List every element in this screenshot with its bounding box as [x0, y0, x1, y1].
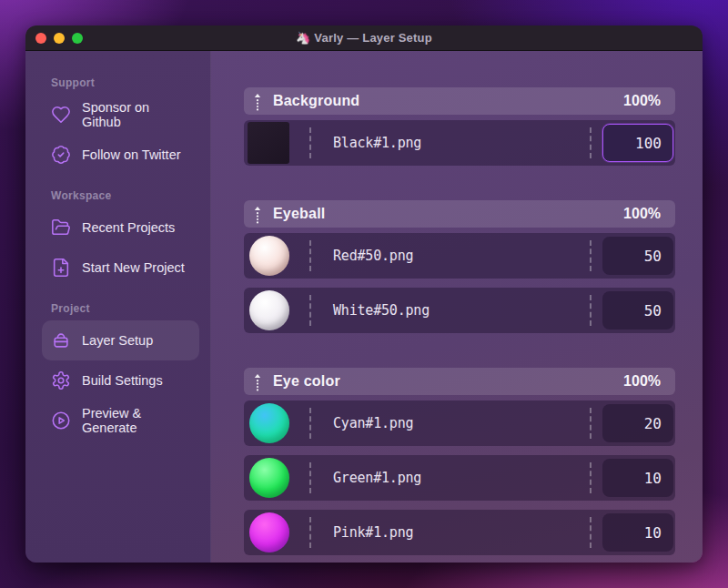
- layer-rarity-input[interactable]: [602, 291, 673, 329]
- layer-thumbnail: [249, 403, 289, 443]
- layer-thumbnail: [248, 122, 289, 164]
- layer-group: Eyeball 100% Red#50.png White#50.png: [244, 200, 675, 333]
- layer-rarity-input[interactable]: [602, 513, 673, 552]
- divider: [590, 127, 592, 158]
- sidebar-item-follow-on-twitter[interactable]: Follow on Twitter: [42, 135, 199, 175]
- layer-setup-panel: Background 100% Black#1.png Eyeball 100%…: [211, 51, 703, 563]
- gear-icon: [51, 370, 71, 390]
- sidebar-item-label: Recent Projects: [82, 220, 175, 235]
- divider: [309, 127, 311, 158]
- divider: [309, 517, 311, 548]
- layer-group-header[interactable]: Eye color 100%: [244, 368, 675, 395]
- layer-rarity-input[interactable]: [602, 237, 673, 275]
- sidebar: Support Sponsor on Github Follow on Twit…: [25, 51, 211, 563]
- layer-row[interactable]: Red#50.png: [244, 233, 675, 279]
- layer-group: Eye color 100% Cyan#1.png Green#1.png Pi…: [244, 368, 675, 555]
- drag-handle-icon[interactable]: [253, 373, 262, 390]
- group-weight: 100%: [623, 206, 661, 222]
- sidebar-item-layer-setup[interactable]: Layer Setup: [42, 320, 199, 360]
- sidebar-item-recent-projects[interactable]: Recent Projects: [42, 208, 199, 248]
- divider: [309, 462, 311, 493]
- layer-thumbnail: [249, 236, 289, 276]
- sidebar-item-preview-generate[interactable]: Preview & Generate: [42, 400, 199, 441]
- divider: [590, 462, 592, 493]
- group-title: Background: [273, 93, 359, 109]
- divider: [309, 240, 311, 271]
- divider: [590, 295, 592, 326]
- group-title: Eyeball: [273, 206, 325, 222]
- layer-thumbnail: [249, 512, 289, 553]
- layer-filename: Cyan#1.png: [333, 415, 413, 431]
- sidebar-item-sponsor-on-github[interactable]: Sponsor on Github: [42, 95, 199, 135]
- sidebar-section-workspace: Workspace: [42, 189, 199, 202]
- layer-row[interactable]: Green#1.png: [244, 455, 675, 501]
- layer-group-header[interactable]: Background 100%: [244, 87, 675, 115]
- title-bar[interactable]: 🦄 Varly — Layer Setup: [25, 25, 703, 51]
- divider: [590, 517, 592, 548]
- divider: [590, 408, 592, 439]
- sidebar-item-label: Preview & Generate: [82, 406, 190, 435]
- layer-row[interactable]: Cyan#1.png: [244, 400, 675, 446]
- window-title: 🦄 Varly — Layer Setup: [25, 31, 703, 45]
- sidebar-item-start-new-project[interactable]: Start New Project: [42, 248, 199, 288]
- layer-group: Background 100% Black#1.png: [244, 87, 675, 166]
- sidebar-section-support: Support: [42, 76, 199, 89]
- folder-open-icon: [51, 218, 71, 238]
- sidebar-item-build-settings[interactable]: Build Settings: [42, 360, 199, 400]
- layer-group-header[interactable]: Eyeball 100%: [244, 200, 675, 228]
- layer-row[interactable]: White#50.png: [244, 288, 675, 333]
- sidebar-item-label: Build Settings: [82, 373, 163, 388]
- play-circle-icon: [51, 411, 71, 431]
- divider: [309, 408, 311, 439]
- heart-icon: [51, 105, 71, 125]
- layer-rarity-input[interactable]: [602, 459, 673, 497]
- group-weight: 100%: [623, 93, 661, 109]
- sidebar-item-label: Start New Project: [82, 260, 185, 275]
- layer-filename: Black#1.png: [333, 135, 421, 151]
- divider: [590, 240, 592, 271]
- sidebar-section-project: Project: [42, 302, 199, 315]
- sidebar-item-label: Layer Setup: [82, 333, 153, 348]
- app-icon: 🦄: [296, 31, 310, 45]
- layer-filename: White#50.png: [333, 302, 430, 319]
- layer-rarity-input[interactable]: [602, 124, 673, 162]
- badge-check-icon: [51, 145, 71, 165]
- layer-thumbnail: [249, 290, 289, 330]
- layer-filename: Green#1.png: [333, 470, 421, 486]
- layer-filename: Red#50.png: [333, 248, 413, 264]
- sidebar-item-label: Sponsor on Github: [82, 100, 190, 129]
- layer-filename: Pink#1.png: [333, 524, 413, 541]
- layer-bag-icon: [51, 330, 71, 350]
- drag-handle-icon[interactable]: [253, 93, 262, 109]
- divider: [309, 295, 311, 326]
- group-weight: 100%: [623, 373, 661, 390]
- layer-row[interactable]: Pink#1.png: [244, 510, 675, 555]
- sidebar-item-label: Follow on Twitter: [82, 147, 181, 162]
- app-window: 🦄 Varly — Layer Setup Support Sponsor on…: [25, 25, 703, 563]
- layer-thumbnail: [249, 458, 289, 498]
- layer-rarity-input[interactable]: [602, 404, 673, 442]
- layer-row[interactable]: Black#1.png: [244, 120, 675, 166]
- group-title: Eye color: [273, 373, 340, 390]
- drag-handle-icon[interactable]: [253, 206, 262, 222]
- file-plus-icon: [51, 258, 71, 278]
